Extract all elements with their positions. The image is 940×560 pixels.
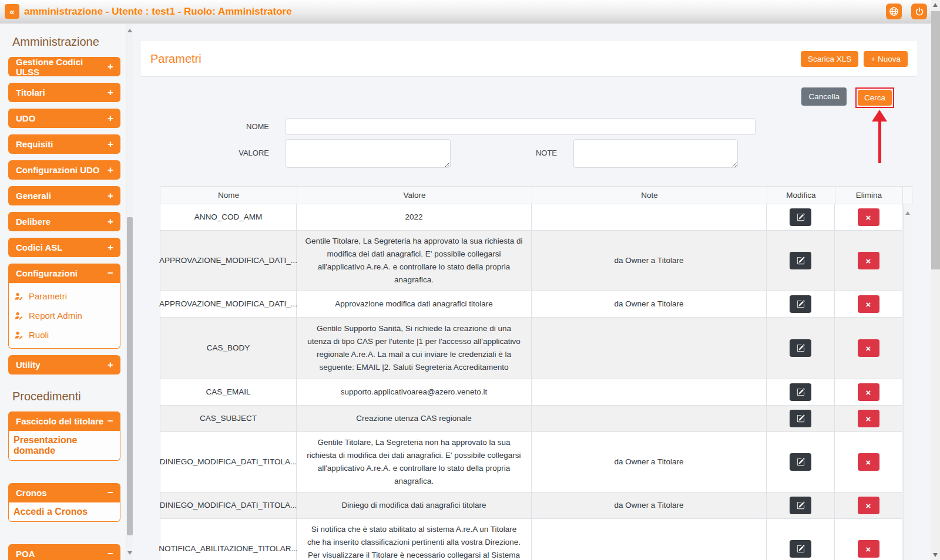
- table-row: DINIEGO_MODIFICA_DATI_TITOLA... Gentile …: [160, 432, 902, 492]
- plus-icon: +: [108, 359, 113, 371]
- pencil-square-icon: [797, 213, 805, 221]
- form-row-valore-note: VALORE NOTE: [134, 139, 931, 168]
- scroll-up-icon[interactable]: [905, 211, 910, 215]
- delete-button[interactable]: ×: [858, 540, 879, 558]
- plus-icon: +: [108, 139, 113, 150]
- table-row: DINIEGO_MODIFICA_DATI_TITOLA... Diniego …: [160, 492, 902, 519]
- page-titlebar: Parametri Scarica XLS + Nuova: [141, 41, 917, 77]
- globe-icon: [889, 6, 899, 16]
- delete-button[interactable]: ×: [858, 453, 879, 471]
- nuova-button[interactable]: + Nuova: [864, 51, 908, 67]
- minus-icon: −: [108, 268, 113, 279]
- sidebar-item-ruoli[interactable]: Ruoli: [9, 325, 120, 345]
- scroll-up-icon[interactable]: [933, 3, 938, 7]
- annotation-highlight: Cerca: [855, 87, 894, 108]
- column-header-filler: [903, 187, 912, 204]
- fascicolo-submenu: Presentazione domande: [8, 431, 120, 461]
- plus-icon: +: [108, 190, 113, 202]
- sidebar-item-requisiti[interactable]: Requisiti +: [8, 134, 120, 154]
- edit-button[interactable]: [790, 497, 811, 514]
- sidebar-item-gestione-codici-ulss[interactable]: Gestione Codici ULSS +: [8, 57, 120, 76]
- delete-button[interactable]: ×: [858, 252, 879, 269]
- plus-icon: +: [108, 113, 113, 124]
- sidebar-item-accedi-a-cronos[interactable]: Accedi a Cronos: [9, 502, 120, 521]
- delete-button[interactable]: ×: [858, 497, 879, 514]
- table-row: APPROVAZIONE_MODIFICA_DATI_... Gentile T…: [160, 231, 902, 291]
- sidebar-item-report-admin[interactable]: Report Admin: [9, 306, 120, 325]
- minus-icon: −: [108, 487, 113, 499]
- note-textarea[interactable]: [573, 139, 738, 168]
- sidebar-scrollbar-thumb[interactable]: [127, 217, 133, 535]
- x-icon: ×: [866, 256, 871, 266]
- cerca-button[interactable]: Cerca: [858, 90, 892, 106]
- scarica-xls-button[interactable]: Scarica XLS: [801, 51, 858, 67]
- edit-button[interactable]: [790, 208, 811, 226]
- valore-textarea[interactable]: [286, 139, 451, 168]
- delete-button[interactable]: ×: [858, 383, 879, 401]
- minus-icon: −: [108, 416, 113, 427]
- scroll-up-icon[interactable]: [127, 29, 132, 32]
- sidebar-item-generali[interactable]: Generali +: [8, 186, 120, 205]
- table-scrollbar[interactable]: [903, 204, 912, 560]
- logout-button[interactable]: [911, 4, 927, 19]
- edit-button[interactable]: [790, 453, 811, 471]
- delete-button[interactable]: ×: [858, 339, 879, 357]
- user-edit-icon: [14, 330, 24, 340]
- sidebar-item-configurazioni[interactable]: Configurazioni −: [8, 264, 120, 283]
- delete-button[interactable]: ×: [858, 295, 879, 313]
- scroll-down-icon[interactable]: [127, 551, 132, 555]
- sidebar-item-configurazioni-udo[interactable]: Configurazioni UDO +: [8, 160, 120, 180]
- table-body: ANNO_COD_AMM 2022 × APPROVAZIONE_MODIFIC…: [160, 204, 902, 560]
- sidebar-item-delibere[interactable]: Delibere +: [8, 212, 120, 231]
- search-actions: Cancella Cerca: [134, 87, 931, 108]
- edit-button[interactable]: [790, 339, 811, 357]
- table-row: ANNO_COD_AMM 2022 ×: [160, 204, 902, 231]
- sidebar-item-poa[interactable]: POA −: [8, 544, 120, 560]
- sidebar-item-titolari[interactable]: Titolari +: [8, 83, 120, 102]
- column-header-note: Note: [532, 187, 767, 204]
- language-button[interactable]: [886, 4, 902, 19]
- sidebar-scrollbar[interactable]: [126, 23, 133, 560]
- plus-icon: +: [108, 61, 113, 73]
- edit-button[interactable]: [790, 410, 811, 427]
- form-row-nome: NOME: [134, 118, 931, 135]
- sidebar-item-fascicolo-del-titolare[interactable]: Fascicolo del titolare −: [8, 411, 120, 431]
- sidebar: Amministrazione Gestione Codici ULSS + T…: [0, 23, 134, 560]
- topbar: « amministrazione - Utente : test1 - Ruo…: [0, 0, 940, 23]
- scroll-down-icon[interactable]: [933, 553, 938, 557]
- cancella-button[interactable]: Cancella: [801, 87, 847, 106]
- delete-button[interactable]: ×: [858, 410, 879, 427]
- page-scrollbar-thumb[interactable]: [931, 11, 940, 269]
- edit-button[interactable]: [790, 383, 811, 401]
- sidebar-item-utility[interactable]: Utility +: [8, 355, 120, 375]
- column-header-elimina: Elimina: [835, 187, 903, 204]
- page-scrollbar[interactable]: [931, 0, 940, 560]
- parametri-table: Nome Valore Note Modifica Elimina ANNO_C…: [160, 186, 912, 560]
- user-edit-icon: [14, 311, 24, 321]
- table-row: CAS_BODY Gentile Supporto Sanità, Si ric…: [160, 318, 902, 379]
- sidebar-item-codici-asl[interactable]: Codici ASL +: [8, 238, 120, 257]
- column-header-modifica: Modifica: [767, 187, 835, 204]
- cronos-submenu: Accedi a Cronos: [8, 502, 120, 522]
- edit-button[interactable]: [790, 252, 811, 269]
- sidebar-section-procedimenti: Procedimenti: [12, 390, 125, 403]
- delete-button[interactable]: ×: [858, 208, 879, 226]
- plus-icon: +: [108, 164, 113, 176]
- plus-icon: +: [108, 242, 113, 254]
- pencil-square-icon: [797, 300, 805, 308]
- sidebar-item-presentazione-domande[interactable]: Presentazione domande: [9, 431, 120, 460]
- pencil-square-icon: [797, 344, 805, 352]
- nome-input[interactable]: [286, 118, 756, 135]
- collapse-icon: «: [9, 6, 14, 16]
- pencil-square-icon: [797, 458, 805, 466]
- edit-button[interactable]: [790, 295, 811, 313]
- sidebar-collapse-button[interactable]: «: [5, 4, 19, 19]
- sidebar-item-udo[interactable]: UDO +: [8, 109, 120, 128]
- x-icon: ×: [866, 212, 871, 222]
- note-label: NOTE: [451, 149, 557, 157]
- sidebar-item-parametri[interactable]: Parametri: [9, 286, 120, 306]
- table-row: APPROVAZIONE_MODIFICA_DATI_... Approvazi…: [160, 291, 902, 318]
- edit-button[interactable]: [790, 540, 811, 558]
- pencil-square-icon: [797, 388, 805, 396]
- sidebar-item-cronos[interactable]: Cronos −: [8, 483, 120, 502]
